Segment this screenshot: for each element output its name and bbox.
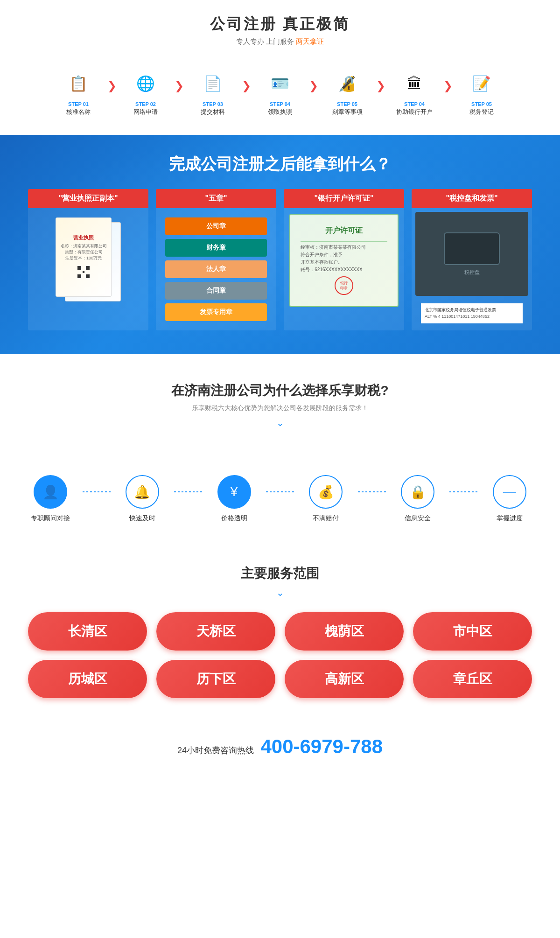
- svg-rect-0: [77, 266, 81, 270]
- permit-line-1: 符合开户条件，准予: [301, 251, 387, 259]
- permit-title: 开户许可证: [325, 226, 363, 236]
- permit-divider: [301, 241, 387, 242]
- feature-label-2: 价格透明: [221, 514, 247, 523]
- feature-item-0: 👤 专职顾问对接: [19, 475, 83, 523]
- card-license-header: "营业执照正副本": [28, 189, 148, 208]
- feature-icon-2: ¥: [217, 475, 251, 509]
- license-detail: 名称：济南某某有限公司 类型：有限责任公司 注册资本：100万元: [61, 243, 107, 280]
- step-item-2: 📄 STEP 03 提交材料: [185, 70, 241, 116]
- card-permit-header: "银行开户许可证": [284, 189, 404, 208]
- step-label-2: 提交材料: [201, 108, 225, 116]
- banner-cards: "营业执照正副本" 营业执照 名称：济南某某有限公司 类型：有限责任公司 注册资…: [28, 189, 532, 330]
- feature-icon-5: —: [493, 475, 526, 509]
- banner-section: 完成公司注册之后能拿到什么？ "营业执照正副本" 营业执照 名称：济南某某有限公…: [0, 135, 560, 354]
- steps-section: 📋 STEP 01 核准名称 ❯ 🌐 STEP 02 网络申请 ❯ 📄 STEP…: [0, 56, 560, 135]
- step-icon-6: 📝: [468, 70, 496, 98]
- step-num-5: STEP 04: [404, 101, 425, 107]
- step-icon-3: 🪪: [266, 70, 294, 98]
- step-icon-4: 🔏: [333, 70, 361, 98]
- area-btn-3[interactable]: 市中区: [413, 612, 532, 651]
- feature-dot-line-0: [83, 491, 111, 492]
- svg-rect-1: [86, 266, 90, 270]
- card-seals: "五章" 公司章 财务章 法人章 合同章 发票专用章: [156, 189, 276, 330]
- banner-title: 完成公司注册之后能拿到什么？: [28, 154, 532, 175]
- step-arrow-3: ❯: [309, 79, 318, 92]
- area-btn-5[interactable]: 历下区: [156, 660, 275, 698]
- step-item-1: 🌐 STEP 02 网络申请: [118, 70, 174, 116]
- permit-text: 经审核：济南市某某某有限公司 符合开户条件，准予 开立基本存款账户。 账号：62…: [301, 244, 387, 273]
- step-item-5: 🏛 STEP 04 协助银行开户: [386, 70, 442, 116]
- feature-item-4: 🔒 信息安全: [386, 475, 450, 523]
- header-section: 公司注册 真正极简 专人专办 上门服务 两天拿证: [0, 0, 560, 56]
- permit-seal: 银行印章: [335, 276, 353, 295]
- seal-company: 公司章: [165, 217, 267, 235]
- card-seals-header: "五章": [156, 189, 276, 208]
- why-section: 在济南注册公司为什么选择乐享财税? 乐享财税六大核心优势为您解决公司各发展阶段的…: [0, 354, 560, 466]
- step-arrow-5: ❯: [443, 79, 453, 92]
- card-permit-body: 开户许可证 经审核：济南市某某某有限公司 符合开户条件，准予 开立基本存款账户。…: [284, 208, 404, 313]
- feature-icon-1: 🔔: [126, 475, 159, 509]
- seal-finance: 财务章: [165, 239, 267, 257]
- features-row: 👤 专职顾问对接 🔔 快速及时 ¥ 价格透明 💰 不满赔付 🔒 信息安全 — 掌…: [0, 466, 560, 532]
- feature-item-3: 💰 不满赔付: [294, 475, 358, 523]
- step-label-3: 领取执照: [268, 108, 292, 116]
- svg-rect-2: [77, 274, 81, 278]
- page-title: 公司注册 真正极简: [0, 14, 560, 35]
- step-icon-5: 🏛: [400, 70, 428, 98]
- subtitle-normal: 专人专办 上门服务: [236, 37, 294, 45]
- step-num-2: STEP 03: [203, 101, 223, 107]
- area-btn-0[interactable]: 长清区: [28, 612, 147, 651]
- area-btn-6[interactable]: 高新区: [285, 660, 404, 698]
- feature-label-5: 掌握进度: [497, 514, 523, 523]
- license-front: 营业执照 名称：济南某某有限公司 类型：有限责任公司 注册资本：100万元: [56, 217, 112, 297]
- card-tax-body: 税控盘 北京市国家税务局增值税电子普通发票 ALT % 4 1110014710…: [412, 208, 532, 327]
- step-item-0: 📋 STEP 01 核准名称: [50, 70, 106, 116]
- seal-legal: 法人章: [165, 260, 267, 278]
- step-arrow-1: ❯: [175, 79, 184, 92]
- feature-dot-line-2: [266, 491, 294, 492]
- tax-device: [444, 232, 500, 265]
- feature-icon-3: 💰: [309, 475, 343, 509]
- card-tax-header: "税控盘和发票": [412, 189, 532, 208]
- license-text: 营业执照: [73, 234, 94, 241]
- area-btn-4[interactable]: 历城区: [28, 660, 147, 698]
- feature-item-5: — 掌握进度: [477, 475, 541, 523]
- area-btn-2[interactable]: 槐荫区: [285, 612, 404, 651]
- step-item-4: 🔏 STEP 05 刻章等事项: [319, 70, 375, 116]
- why-subtitle: 乐享财税六大核心优势为您解决公司各发展阶段的服务需求！: [19, 404, 541, 413]
- seal-contract: 合同章: [165, 282, 267, 300]
- service-title: 主要服务范围: [19, 565, 541, 582]
- step-label-0: 核准名称: [66, 108, 91, 116]
- step-icon-2: 📄: [199, 70, 227, 98]
- step-icon-0: 📋: [64, 70, 92, 98]
- service-chevron-icon: ⌄: [19, 587, 541, 598]
- card-license: "营业执照正副本" 营业执照 名称：济南某某有限公司 类型：有限责任公司 注册资…: [28, 189, 148, 330]
- feature-icon-4: 🔒: [401, 475, 434, 509]
- step-arrow-0: ❯: [107, 79, 117, 92]
- footer-section: 24小时免费咨询热线 400-6979-788: [0, 717, 560, 781]
- feature-label-3: 不满赔付: [313, 514, 339, 523]
- area-btn-7[interactable]: 章丘区: [413, 660, 532, 698]
- area-btn-1[interactable]: 天桥区: [156, 612, 275, 651]
- tax-receipt: 北京市国家税务局增值税电子普通发票 ALT % 4 111001471011 1…: [421, 303, 523, 323]
- step-label-1: 网络申请: [133, 108, 158, 116]
- step-num-3: STEP 04: [270, 101, 290, 107]
- step-num-0: STEP 01: [68, 101, 89, 107]
- step-label-5: 协助银行开户: [396, 108, 433, 116]
- permit-image: 开户许可证 经审核：济南市某某某有限公司 符合开户条件，准予 开立基本存款账户。…: [289, 214, 399, 307]
- feature-dot-line-3: [358, 491, 386, 492]
- step-num-6: STEP 05: [471, 101, 492, 107]
- svg-rect-4: [86, 274, 90, 278]
- step-label-4: 刻章等事项: [332, 108, 363, 116]
- tax-device-container: 税控盘: [415, 212, 528, 296]
- tax-receipt-text: 北京市国家税务局增值税电子普通发票: [425, 307, 519, 314]
- feature-icon-0: 👤: [34, 475, 67, 509]
- feature-label-1: 快速及时: [129, 514, 155, 523]
- step-arrow-4: ❯: [376, 79, 385, 92]
- card-license-body: 营业执照 名称：济南某某有限公司 类型：有限责任公司 注册资本：100万元: [28, 208, 148, 311]
- step-num-4: STEP 05: [337, 101, 357, 107]
- chevron-icon: ⌄: [19, 417, 541, 428]
- feature-label-0: 专职顾问对接: [31, 514, 70, 523]
- area-grid: 长清区天桥区槐荫区市中区历城区历下区高新区章丘区: [19, 612, 541, 698]
- tax-label: 税控盘: [464, 269, 480, 276]
